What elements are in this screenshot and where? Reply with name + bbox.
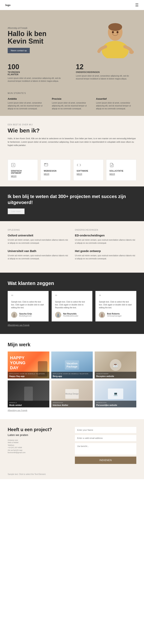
- svg-point-6: [129, 50, 134, 54]
- svg-point-19: [57, 315, 60, 317]
- logo: logo: [5, 4, 10, 7]
- education-oxford-title: Oxford universiteit: [8, 234, 69, 237]
- portfolio-item-1[interactable]: HAPPYYOUNGDAY APPLICATIE VOOR DE MOBIELE…: [8, 352, 49, 378]
- stat-clients-number: 100: [8, 63, 68, 71]
- opleiding-label: OPLEIDING: [8, 229, 69, 231]
- contact-phone: Telefoon +10 (97) 267-4568: [8, 444, 69, 448]
- strengths-label: MIJN STERKTE'S: [8, 92, 136, 94]
- navigation: logo ☰: [0, 0, 144, 10]
- contact-button[interactable]: Neem contact op: [8, 48, 30, 53]
- services-section: GRAFISCHONTWERP MEER WEBDESIGN MEER SOFT…: [0, 160, 144, 186]
- contact-phone-value: +10 (97) 267-4568: [8, 446, 69, 448]
- testimonial-nat-avatar: [55, 312, 61, 318]
- service-sollicitatie-title: SOLLICITATIE: [109, 170, 133, 172]
- portfolio-type-2: APPLICATIE VOOR DE MOBIELE TELEFOON: [53, 373, 91, 375]
- testimonial-nat-role: Hoofdboekhouder: [63, 315, 78, 317]
- portfolio-name-1: Happy Day-app: [9, 375, 48, 377]
- menu-icon[interactable]: ☰: [135, 3, 139, 7]
- testimonial-bob-name: Bob Roberts: [107, 312, 122, 315]
- portfolio-item-2[interactable]: VacationPackage APPLICATIE VOOR DE MOBIE…: [51, 352, 93, 378]
- service-sollicitatie: SOLLICITATIE MEER: [106, 160, 136, 181]
- education-oxford: Oxford universiteit Ut enim ad minim ven…: [8, 234, 69, 245]
- contact-name-input[interactable]: [75, 427, 136, 433]
- testimonial-nat-text: Sample text. Click to select the text bo…: [55, 300, 89, 309]
- testimonial-sascha-avatar: [11, 312, 17, 318]
- strength-ambitie-title: Ambitie: [8, 97, 48, 100]
- portfolio-grid: HAPPYYOUNGDAY APPLICATIE VOOR DE MOBIELE…: [8, 352, 136, 408]
- portfolio-item-4[interactable]: WINKELS Mode winkel: [8, 380, 49, 408]
- testimonial-nat-name: Nat Reynolds: [63, 312, 78, 315]
- svg-point-12: [45, 164, 45, 164]
- strength-precisie-desc: Lorem ipsum dolor sit amet, consectetur …: [52, 102, 92, 110]
- services-grid: GRAFISCHONTWERP MEER WEBDESIGN MEER SOFT…: [8, 160, 136, 181]
- stat-clients: 100 TEVREDENKLANTEN Lorem ipsum dolor si…: [8, 63, 68, 82]
- strengths-section: MIJN STERKTE'S Ambitie Lorem ipsum dolor…: [0, 88, 144, 116]
- svg-point-21: [101, 315, 103, 317]
- portfolio-label-3: WEBONTWERP Recepten website: [95, 372, 136, 378]
- award-ed-desc: Ut enim ad minim veniam, quis nostrud ex…: [75, 238, 136, 245]
- hero-photo: [94, 18, 136, 59]
- portfolio-item-3[interactable]: ☕ WEBONTWERP Recepten website: [95, 352, 136, 378]
- software-icon: [76, 163, 100, 168]
- testimonials-credit[interactable]: Afbeeldingen van Freepik: [8, 324, 136, 326]
- service-webdesign-more[interactable]: MEER: [44, 173, 68, 175]
- svg-point-4: [112, 31, 114, 33]
- svg-point-16: [13, 314, 15, 315]
- portfolio-label-6: WEBDESIGN Persoonlijke website: [95, 401, 136, 408]
- portfolio-item-6[interactable]: 💻 WEBDESIGN Persoonlijke website: [95, 380, 136, 408]
- service-graphic-title: GRAFISCHONTWERP: [11, 170, 35, 174]
- quote-icon-1: ": [11, 294, 45, 299]
- portfolio-type-1: APPLICATIE VOOR DE MOBIELE TELEFOON: [9, 373, 48, 375]
- education-section: OPLEIDING Oxford universiteit Ut enim ad…: [0, 221, 144, 273]
- award-ed: ED-onderscheidingen Ut enim ad minim ven…: [75, 234, 136, 245]
- award-ed-title: ED-onderscheidingen: [75, 234, 136, 237]
- service-sollicitatie-more[interactable]: MEER: [109, 173, 133, 175]
- education-bath: Universiteit van Bath Ut enim ad minim v…: [8, 249, 69, 260]
- service-graphic-more[interactable]: MEER: [11, 175, 35, 178]
- strength-assertief: Assertief Lorem ipsum dolor sit amet, co…: [96, 97, 136, 110]
- service-software-more[interactable]: MEER: [76, 173, 100, 175]
- testimonial-sascha: " Sample text. Click to select the text …: [8, 291, 49, 321]
- testimonials-section: Wat klanten zeggen " Sample text. Click …: [0, 273, 144, 334]
- portfolio-type-6: WEBDESIGN: [96, 402, 135, 404]
- stat-awards-label: ONDERSCHEIDINGEN: [76, 71, 136, 73]
- svg-point-5: [117, 31, 119, 33]
- contact-message-input[interactable]: [75, 443, 136, 455]
- contact-submit-button[interactable]: INDIENEN: [75, 456, 136, 464]
- sollicitatie-icon: [109, 163, 133, 168]
- banner-section: Ik ben blij te weten dat 300+ projecten …: [0, 186, 144, 221]
- stat-awards: 12 ONDERSCHEIDINGEN Lorem ipsum dolor si…: [76, 63, 136, 82]
- contact-email-value: kevinsmith@gmail.com: [8, 452, 69, 454]
- svg-point-2: [108, 23, 122, 31]
- about-title: Wie ben ik?: [8, 127, 136, 134]
- testimonial-bob: " Sample text. Click to select the text …: [95, 291, 136, 321]
- contact-title: Heeft u een project?: [8, 427, 69, 432]
- portfolio-label-4: WINKELS Mode winkel: [8, 401, 49, 408]
- graphic-icon: [11, 163, 35, 168]
- portfolio-item-5[interactable]: Mockup Design WEBDESIGN Interieur Atelie…: [51, 380, 93, 408]
- education-grid: OPLEIDING Oxford universiteit Ut enim ad…: [8, 229, 136, 265]
- about-section: EEN BEETJE OVER MIJ Wie ben ik? Hallo, i…: [0, 116, 144, 160]
- testimonials-grid: " Sample text. Click to select the text …: [8, 291, 136, 321]
- portfolio-title: Mijn werk: [8, 342, 136, 348]
- portfolio-label-5: WEBDESIGN Interieur Atelier: [51, 401, 93, 408]
- portfolio-type-3: WEBONTWERP: [96, 373, 135, 375]
- hero-text-block: Afkomstig uit Freepik Hallo ik benHallo …: [8, 27, 94, 59]
- svg-point-17: [13, 315, 15, 317]
- svg-point-18: [57, 314, 59, 315]
- award-goede-desc: Ut enim ad minim veniam, quis nostrud ex…: [75, 254, 136, 260]
- education-column: OPLEIDING Oxford universiteit Ut enim ad…: [8, 229, 69, 265]
- portfolio-credit[interactable]: Afbeelding van Freepik: [8, 409, 136, 412]
- testimonial-sascha-person: Sascha Grijs Bedrijfsgenoot: [11, 312, 45, 318]
- contact-email-input[interactable]: [75, 435, 136, 441]
- strengths-grid: Ambitie Lorem ipsum dolor sit amet, cons…: [8, 97, 136, 110]
- contact-section: Heeft u een project? Laten we praten Ont…: [0, 419, 144, 472]
- strength-precisie-title: Precisie: [52, 97, 92, 100]
- service-webdesign-title: WEBDESIGN: [44, 170, 68, 172]
- portfolio-section: Mijn werk HAPPYYOUNGDAY APPLICATIE VOOR …: [0, 334, 144, 419]
- learn-more-button[interactable]: Leer meer: [8, 208, 25, 214]
- stat-clients-label: TEVREDENKLANTEN: [8, 71, 68, 76]
- testimonial-sascha-name: Sascha Grijs: [19, 312, 32, 315]
- hero-subtitle: Afkomstig uit Freepik: [8, 27, 94, 29]
- contact-subtitle: Laten we praten: [8, 434, 69, 436]
